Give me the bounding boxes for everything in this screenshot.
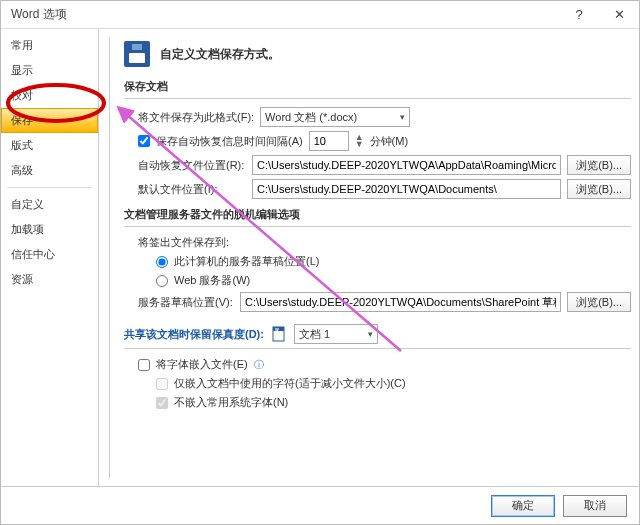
sidebar-item-customize[interactable]: 自定义 [1,192,98,217]
input-draft-path[interactable] [240,292,561,312]
info-icon: ⓘ [254,358,264,372]
label-sharing: 共享该文档时保留保真度(D): [124,327,264,342]
row-radio-local: 此计算机的服务器草稿位置(L) [156,254,631,269]
cancel-button[interactable]: 取消 [563,495,627,517]
section-offline: 文档管理服务器文件的脱机编辑选项 [124,205,631,227]
page-title: 自定义文档保存方式。 [160,46,280,63]
chevron-down-icon: ▾ [400,112,405,122]
svg-text:W: W [275,327,279,332]
dialog-footer: 确定 取消 [1,486,639,524]
radio-local-drafts[interactable] [156,256,168,268]
row-checkout-label: 将签出文件保存到: [138,235,631,250]
checkbox-no-sysfonts [156,397,168,409]
row-embed-used: 仅嵌入文档中使用的字符(适于减小文件大小)(C) [156,376,631,391]
save-disk-icon [124,41,150,67]
input-autosave-interval[interactable] [309,131,349,151]
browse-auto-recover-button[interactable]: 浏览(B)... [567,155,631,175]
sidebar-item-resources[interactable]: 资源 [1,267,98,292]
label-minutes: 分钟(M) [370,134,409,149]
document-icon: W [272,326,286,342]
spinner-icon[interactable]: ▲▼ [355,134,364,148]
row-save-format: 将文件保存为此格式(F): Word 文档 (*.docx) ▾ [138,107,631,127]
help-button[interactable]: ? [559,1,599,29]
row-radio-web: Web 服务器(W) [156,273,631,288]
row-default-path: 默认文件位置(I): 浏览(B)... [138,179,631,199]
select-share-doc-value: 文档 1 [299,327,330,342]
browse-draft-button[interactable]: 浏览(B)... [567,292,631,312]
checkbox-embed-fonts[interactable] [138,359,150,371]
close-button[interactable]: ✕ [599,1,639,29]
checkbox-autosave[interactable] [138,135,150,147]
label-autosave: 保存自动恢复信息时间间隔(A) [156,134,303,149]
row-no-sysfonts: 不嵌入常用系统字体(N) [156,395,631,410]
main: 常用 显示 校对 保存 版式 高级 自定义 加载项 信任中心 资源 自定义文档保… [1,29,639,486]
row-draft-path: 服务器草稿位置(V): 浏览(B)... [138,292,631,312]
select-save-format-value: Word 文档 (*.docx) [265,110,357,125]
radio-web-server[interactable] [156,275,168,287]
select-share-doc[interactable]: 文档 1 ▾ [294,324,378,344]
sidebar-item-general[interactable]: 常用 [1,33,98,58]
content-inner: 自定义文档保存方式。 保存文档 将文件保存为此格式(F): Word 文档 (*… [109,37,639,478]
label-no-sysfonts: 不嵌入常用系统字体(N) [174,395,288,410]
sidebar-item-save[interactable]: 保存 [1,108,98,133]
sidebar-item-layout[interactable]: 版式 [1,133,98,158]
page-header: 自定义文档保存方式。 [124,41,631,67]
sidebar-item-trust[interactable]: 信任中心 [1,242,98,267]
row-auto-recover-path: 自动恢复文件位置(R): 浏览(B)... [138,155,631,175]
ok-button[interactable]: 确定 [491,495,555,517]
label-embed-fonts: 将字体嵌入文件(E) [156,357,248,372]
label-default-path: 默认文件位置(I): [138,182,246,197]
label-embed-used: 仅嵌入文档中使用的字符(适于减小文件大小)(C) [174,376,406,391]
checkbox-embed-used [156,378,168,390]
input-auto-recover-path[interactable] [252,155,561,175]
sidebar-item-advanced[interactable]: 高级 [1,158,98,183]
label-draft-loc: 服务器草稿位置(V): [138,295,234,310]
sidebar-item-proofing[interactable]: 校对 [1,83,98,108]
titlebar: Word 选项 ? ✕ [1,1,639,29]
section-sharing: 共享该文档时保留保真度(D): W 文档 1 ▾ [124,322,631,349]
label-checkout-to: 将签出文件保存到: [138,235,229,250]
sidebar-item-addins[interactable]: 加载项 [1,217,98,242]
input-default-path[interactable] [252,179,561,199]
row-autosave: 保存自动恢复信息时间间隔(A) ▲▼ 分钟(M) [138,131,631,151]
label-radio-web: Web 服务器(W) [174,273,250,288]
window-title: Word 选项 [11,6,559,23]
browse-default-button[interactable]: 浏览(B)... [567,179,631,199]
sidebar-separator [7,187,92,188]
label-save-format: 将文件保存为此格式(F): [138,110,254,125]
section-save-documents: 保存文档 [124,77,631,99]
label-auto-recover: 自动恢复文件位置(R): [138,158,246,173]
select-save-format[interactable]: Word 文档 (*.docx) ▾ [260,107,410,127]
row-embed-fonts: 将字体嵌入文件(E) ⓘ [138,357,631,372]
chevron-down-icon: ▾ [368,329,373,339]
sidebar: 常用 显示 校对 保存 版式 高级 自定义 加载项 信任中心 资源 [1,29,99,486]
label-radio-local: 此计算机的服务器草稿位置(L) [174,254,319,269]
sidebar-item-display[interactable]: 显示 [1,58,98,83]
content: 自定义文档保存方式。 保存文档 将文件保存为此格式(F): Word 文档 (*… [99,29,639,486]
